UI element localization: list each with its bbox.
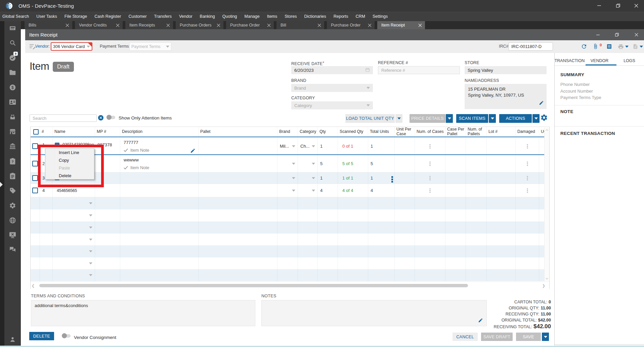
- menu-item-vendor[interactable]: Vendor: [175, 12, 196, 21]
- clipboard-icon[interactable]: [4, 172, 21, 180]
- load-total-unit-qty-button[interactable]: LOAD TOTAL UNIT QTY: [345, 114, 395, 123]
- notes-textarea[interactable]: [261, 300, 487, 326]
- reference-input[interactable]: Reference #: [378, 66, 460, 74]
- table-empty-row[interactable]: [31, 269, 545, 281]
- window-close-button[interactable]: [629, 0, 644, 11]
- row-checkbox[interactable]: [32, 161, 38, 166]
- item-note[interactable]: Item Note: [120, 164, 198, 171]
- notes-edit-icon[interactable]: [478, 318, 483, 324]
- print-caret-icon[interactable]: [625, 46, 629, 48]
- vendor-combobox[interactable]: 306 Vendor Card: [51, 42, 92, 51]
- tab-close-icon[interactable]: [115, 23, 120, 28]
- menu-item-file-storage[interactable]: File Storage: [61, 12, 91, 21]
- payment-terms-combobox[interactable]: Payment Terms: [129, 42, 171, 51]
- store-field[interactable]: Spring Valley: [465, 66, 547, 74]
- menu-item-manage[interactable]: Manage: [241, 12, 263, 21]
- cases-kebab-icon[interactable]: [430, 161, 431, 166]
- cases-kebab-icon[interactable]: [430, 188, 431, 193]
- table-row-3[interactable]: 311 of 11: [31, 172, 545, 184]
- attention-toggle[interactable]: [107, 116, 115, 119]
- task-question-icon[interactable]: ?: [4, 157, 21, 165]
- contact-card-icon[interactable]: [4, 98, 21, 106]
- transfer-box-icon[interactable]: [4, 113, 21, 121]
- select-all-checkbox[interactable]: [33, 129, 39, 135]
- tag-icon[interactable]: [4, 187, 21, 195]
- empty-name-caret-icon[interactable]: [89, 274, 92, 276]
- table-vertical-scrollbar[interactable]: [544, 128, 549, 281]
- receipt-log-button[interactable]: [606, 43, 612, 51]
- brand-cell-caret-icon[interactable]: [292, 177, 295, 179]
- actions-caret-button[interactable]: [532, 114, 540, 123]
- menu-item-settings[interactable]: Settings: [369, 12, 391, 21]
- approvals-icon[interactable]: 9: [4, 54, 21, 62]
- row-actions-kebab-icon[interactable]: [391, 176, 393, 183]
- tab-purchase-order[interactable]: Purchase Order: [226, 21, 274, 29]
- menu-item-global-search[interactable]: Global Search: [0, 12, 33, 21]
- table-row-2[interactable]: 2wewwwItem Note55 of 55: [31, 155, 545, 172]
- sidebar-expander-icon[interactable]: [0, 182, 3, 187]
- save-draft-button[interactable]: SAVE DRAFT: [481, 333, 513, 341]
- tab-close-icon[interactable]: [266, 23, 271, 28]
- tab-close-icon[interactable]: [317, 23, 321, 28]
- menu-item-banking[interactable]: Banking: [196, 12, 219, 21]
- print-button[interactable]: [617, 44, 624, 51]
- gear-icon[interactable]: [4, 201, 21, 209]
- address-edit-icon[interactable]: [539, 100, 544, 107]
- scan-items-button[interactable]: SCAN ITEMS: [456, 114, 488, 123]
- right-panel-tab-vendor[interactable]: VENDOR: [585, 56, 614, 65]
- search-clear-button[interactable]: [98, 115, 103, 120]
- tab-item-receipts[interactable]: Item Receipts: [125, 21, 173, 29]
- money-icon[interactable]: $: [4, 83, 21, 91]
- menu-item-cash-register[interactable]: Cash Register: [91, 12, 125, 21]
- actions-button[interactable]: ACTIONS: [499, 114, 532, 123]
- cases-kebab-icon[interactable]: [430, 176, 431, 180]
- menu-item-dictionaries[interactable]: Dictionaries: [300, 12, 330, 21]
- brand-combobox[interactable]: Brand: [291, 84, 373, 92]
- attachment-button[interactable]: [593, 43, 598, 51]
- table-row-4[interactable]: 445465656544 of 44: [31, 184, 545, 197]
- bank-icon[interactable]: [4, 142, 21, 150]
- brand-cell-caret-icon[interactable]: [292, 145, 295, 147]
- receive-date-field[interactable]: 6/20/2023: [291, 66, 373, 74]
- right-panel-tab-transaction[interactable]: TRANSACTION: [555, 56, 585, 65]
- tab-close-icon[interactable]: [166, 23, 170, 28]
- damaged-kebab-icon[interactable]: [527, 176, 528, 180]
- table-empty-row[interactable]: [31, 234, 545, 245]
- search-icon[interactable]: [4, 39, 21, 47]
- category-cell-caret-icon[interactable]: [312, 177, 315, 179]
- price-details-caret-button[interactable]: [446, 114, 453, 123]
- save-caret-button[interactable]: [542, 333, 549, 341]
- category-cell-caret-icon[interactable]: [312, 190, 315, 192]
- category-combobox[interactable]: Category: [291, 101, 373, 109]
- row-checkbox[interactable]: [32, 175, 38, 181]
- tab-purchase-order[interactable]: Purchase Order: [327, 21, 375, 29]
- menu-item-reports[interactable]: Reports: [330, 12, 352, 21]
- brand-cell-caret-icon[interactable]: [292, 190, 295, 192]
- cases-kebab-icon[interactable]: [430, 144, 431, 148]
- scan-items-caret-button[interactable]: [489, 114, 496, 123]
- table-empty-row[interactable]: [31, 197, 545, 209]
- search-input[interactable]: Search: [30, 114, 97, 122]
- store-icon[interactable]: [4, 128, 21, 136]
- window-minimize-button[interactable]: [591, 0, 607, 11]
- folder-icon[interactable]: [4, 68, 21, 77]
- table-horizontal-scrollbar[interactable]: ❮ ❯: [31, 282, 549, 289]
- hscroll-left-icon[interactable]: ❮: [32, 284, 35, 288]
- damaged-kebab-icon[interactable]: [527, 144, 528, 148]
- price-details-button[interactable]: PRICE DETAILS: [410, 114, 445, 123]
- empty-name-caret-icon[interactable]: [89, 202, 92, 204]
- description-edit-icon[interactable]: [190, 148, 196, 154]
- globe-icon[interactable]: [4, 216, 21, 224]
- category-cell-caret-icon[interactable]: [312, 163, 315, 165]
- monitor-x-icon[interactable]: [4, 231, 21, 239]
- tab-close-icon[interactable]: [65, 23, 70, 28]
- tab-close-icon[interactable]: [418, 23, 422, 28]
- brand-cell-caret-icon[interactable]: [292, 163, 295, 165]
- tab-bills[interactable]: Bills: [25, 21, 72, 29]
- menu-item-stores[interactable]: Stores: [281, 12, 300, 21]
- hscroll-thumb[interactable]: [39, 284, 468, 287]
- menu-item-transfers[interactable]: Transfers: [151, 12, 175, 21]
- table-row-1[interactable]: 1020714230298ee887378777777Item NoteMil.…: [31, 138, 545, 155]
- load-total-caret-button[interactable]: [395, 114, 402, 123]
- menu-item-quoting[interactable]: Quoting: [219, 12, 241, 21]
